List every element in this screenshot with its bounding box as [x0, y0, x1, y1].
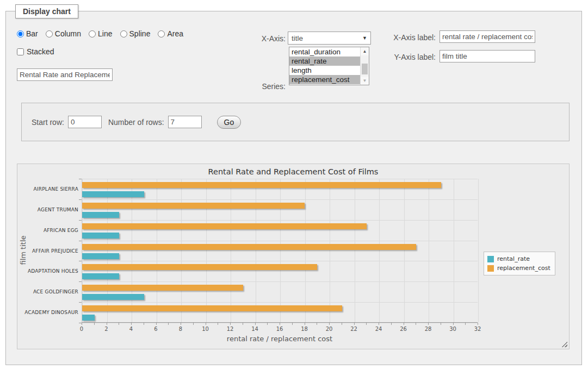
- start-row-input[interactable]: [68, 116, 102, 128]
- gridline-h: [82, 281, 478, 282]
- gridline-v: [132, 179, 132, 322]
- x-axis-tick: [206, 323, 206, 325]
- x-axis-tick: [329, 323, 330, 325]
- bar-replacement_cost-4[interactable]: [82, 264, 317, 270]
- chart-title-input[interactable]: [17, 68, 113, 81]
- bar-replacement_cost-6[interactable]: [82, 305, 342, 311]
- gridline-v: [429, 179, 429, 322]
- x-axis-tick: [218, 323, 218, 325]
- legend-item-rental_rate[interactable]: rental_rate: [486, 254, 552, 264]
- chart-type-radio-label: Bar: [26, 29, 38, 38]
- series-listbox[interactable]: rental_durationrental_ratelengthreplacem…: [289, 47, 369, 85]
- x-axis-tick: [292, 323, 293, 325]
- chart-type-radio-label: Spline: [129, 29, 151, 38]
- x-axis-tick: [354, 323, 355, 325]
- x-axis-select[interactable]: title ▼: [288, 32, 371, 45]
- gridline-v: [256, 179, 256, 322]
- x-axis-tick: [230, 323, 231, 325]
- x-tick-label: 0: [73, 326, 90, 332]
- gridline-h: [82, 199, 478, 200]
- bar-rental_rate-1[interactable]: [82, 212, 119, 218]
- gridline-v: [305, 179, 306, 322]
- chart-type-radio-line[interactable]: [89, 30, 96, 37]
- x-tick-label: 20: [321, 326, 337, 332]
- chart-type-option-line[interactable]: Line: [89, 29, 112, 38]
- chart-type-radio-spline[interactable]: [120, 30, 127, 37]
- x-axis-tick: [379, 323, 379, 325]
- stacked-checkbox[interactable]: [17, 48, 24, 55]
- scroll-up-icon[interactable]: ▲: [361, 47, 369, 55]
- y-axis-tick: [79, 281, 82, 282]
- series-option-replacement_cost[interactable]: replacement_cost: [289, 75, 360, 84]
- display-chart-panel: Display chart BarColumnLineSplineArea St…: [5, 11, 582, 365]
- x-axis-tick: [94, 323, 95, 325]
- series-scrollbar[interactable]: ▲ ▼: [360, 47, 369, 85]
- chart-type-radio-bar[interactable]: [17, 30, 24, 37]
- legend-swatch-icon: [487, 256, 494, 262]
- category-label: AFRICAN EGG: [18, 228, 78, 233]
- y-axis-tick: [79, 261, 82, 261]
- y-axis-tick: [79, 241, 82, 241]
- legend-label: replacement_cost: [497, 265, 550, 272]
- chart-type-option-column[interactable]: Column: [46, 29, 81, 38]
- stacked-checkbox-row[interactable]: Stacked: [17, 47, 54, 56]
- chart-type-radio-group: BarColumnLineSplineArea: [17, 29, 183, 38]
- chart-type-radio-column[interactable]: [46, 30, 53, 37]
- series-option-rental_rate[interactable]: rental_rate: [289, 57, 360, 66]
- y-axis-label-input[interactable]: [440, 50, 535, 62]
- chart-type-option-area[interactable]: Area: [158, 29, 183, 38]
- bar-replacement_cost-5[interactable]: [82, 285, 243, 291]
- x-axis-tick: [267, 323, 268, 325]
- resize-handle-icon[interactable]: [561, 341, 567, 347]
- series-option-rental_duration[interactable]: rental_duration: [289, 47, 360, 57]
- chart-type-option-spline[interactable]: Spline: [120, 29, 151, 38]
- x-axis-tick: [441, 323, 441, 325]
- category-label: AIRPLANE SIERRA: [18, 186, 78, 192]
- gridline-h: [82, 220, 478, 221]
- y-axis-tick: [79, 179, 82, 179]
- chart-type-option-bar[interactable]: Bar: [17, 29, 38, 38]
- series-select-label: Series:: [245, 82, 286, 91]
- x-axis-tick: [280, 323, 280, 325]
- stacked-label: Stacked: [27, 47, 54, 56]
- chart-type-radio-area[interactable]: [158, 30, 165, 37]
- gridline-v: [231, 179, 231, 322]
- x-axis-tick: [428, 323, 429, 325]
- gridline-v: [82, 179, 83, 322]
- bar-rental_rate-0[interactable]: [82, 191, 144, 197]
- x-axis-tick: [478, 323, 478, 325]
- y-axis-tick: [79, 199, 82, 200]
- x-tick-label: 2: [98, 326, 115, 332]
- x-tick-label: 30: [445, 326, 461, 332]
- x-tick-label: 32: [469, 326, 486, 332]
- bar-replacement_cost-3[interactable]: [82, 244, 416, 250]
- x-tick-label: 18: [296, 326, 313, 332]
- legend-item-replacement_cost[interactable]: replacement_cost: [486, 264, 552, 273]
- bar-rental_rate-2[interactable]: [82, 233, 119, 239]
- x-axis-tick: [144, 323, 144, 325]
- bar-replacement_cost-2[interactable]: [82, 223, 367, 229]
- x-axis-select-label: X-Axis:: [245, 34, 286, 43]
- x-axis-label-input[interactable]: [440, 30, 535, 43]
- scroll-down-icon[interactable]: ▼: [361, 77, 369, 85]
- category-label: ADAPTATION HOLES: [18, 268, 78, 274]
- bar-replacement_cost-0[interactable]: [82, 182, 441, 188]
- bar-rental_rate-5[interactable]: [82, 294, 144, 300]
- bar-rental_rate-6[interactable]: [82, 315, 95, 321]
- gridline-v: [107, 179, 108, 322]
- bar-rental_rate-3[interactable]: [82, 253, 119, 259]
- bar-replacement_cost-1[interactable]: [82, 203, 305, 209]
- x-axis-tick: [366, 323, 367, 325]
- num-rows-input[interactable]: [168, 116, 202, 128]
- bar-rental_rate-4[interactable]: [82, 273, 119, 279]
- x-tick-label: 6: [148, 326, 164, 332]
- x-tick-label: 26: [395, 326, 412, 332]
- legend-label: rental_rate: [497, 255, 530, 262]
- select-arrow-icon: ▼: [362, 35, 367, 41]
- go-button[interactable]: Go: [217, 116, 242, 129]
- series-option-length[interactable]: length: [289, 66, 360, 75]
- scrollbar-thumb[interactable]: [362, 64, 368, 74]
- x-axis-tick: [465, 323, 466, 325]
- gridline-h: [82, 302, 478, 303]
- x-axis-label-label: X-Axis label:: [390, 33, 436, 42]
